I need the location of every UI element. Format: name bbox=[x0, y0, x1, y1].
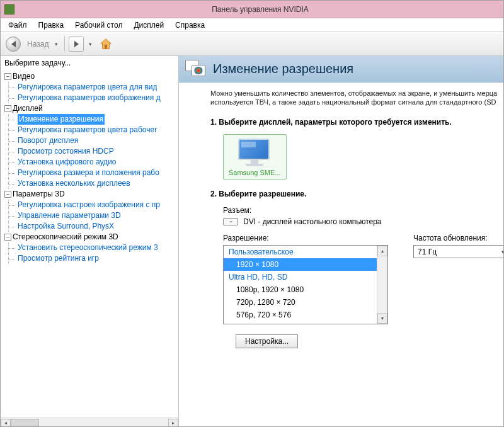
window-title: Панель управления NVIDIA bbox=[21, 5, 500, 14]
home-button[interactable] bbox=[97, 35, 115, 53]
menu-edit[interactable]: Правка bbox=[33, 20, 69, 31]
resolution-item[interactable]: 720p, 1280 × 720 bbox=[224, 296, 377, 309]
resolution-scrollbar[interactable]: ▴ ▾ bbox=[377, 246, 387, 324]
resolution-item[interactable]: 1080p, 1920 × 1080 bbox=[224, 283, 377, 296]
scroll-down-button[interactable]: ▾ bbox=[377, 313, 387, 324]
menu-file[interactable]: Файл bbox=[3, 20, 32, 31]
home-icon bbox=[99, 37, 113, 51]
back-label: Назад bbox=[27, 40, 49, 48]
tree-item-label: Регулировка параметров цвета для вид bbox=[18, 82, 157, 93]
tree-item[interactable]: Регулировка размера и положения рабо bbox=[9, 168, 178, 178]
tree-item-label: Просмотр состояния HDCP bbox=[18, 146, 114, 157]
tree-item-label: Регулировка параметров цвета рабочег bbox=[18, 125, 158, 135]
scroll-thumb[interactable] bbox=[11, 419, 39, 428]
tree-item-label: Управление параметрами 3D bbox=[18, 210, 121, 221]
resolution-item[interactable]: 480p, 720 × 480 bbox=[224, 321, 377, 324]
tree-category-label: Дисплей bbox=[13, 103, 43, 114]
page-header-icon bbox=[185, 60, 207, 79]
tree-category[interactable]: −Параметры 3D bbox=[4, 189, 178, 200]
tree-item[interactable]: Установить стереоскопический режим 3 bbox=[9, 242, 178, 253]
tree-item-label: Установить стереоскопический режим 3 bbox=[18, 242, 158, 253]
resolution-item[interactable]: 576p, 720 × 576 bbox=[224, 309, 377, 321]
back-dropdown[interactable]: ▾ bbox=[52, 41, 60, 47]
refresh-rate-select[interactable]: 71 Гц ▾ bbox=[413, 245, 503, 258]
resolution-group: Пользовательское bbox=[224, 246, 377, 258]
dvi-icon: ▪▪▪ bbox=[223, 218, 238, 225]
connector-label: Разъем: bbox=[210, 206, 503, 215]
sidebar: Выберите задачу... −ВидеоРегулировка пар… bbox=[1, 56, 179, 427]
collapse-icon[interactable]: − bbox=[4, 105, 11, 112]
forward-button[interactable] bbox=[69, 37, 84, 52]
toolbar-separator bbox=[64, 37, 65, 52]
tree-category-label: Параметры 3D bbox=[13, 189, 65, 200]
scroll-up-button[interactable]: ▴ bbox=[377, 246, 387, 256]
collapse-icon[interactable]: − bbox=[4, 191, 11, 198]
app-icon bbox=[4, 4, 14, 14]
tree-item-label: Настройка Surround, PhysX bbox=[18, 221, 114, 232]
main-panel: Изменение разрешения Можно уменьшить кол… bbox=[179, 56, 503, 427]
menu-help[interactable]: Справка bbox=[170, 20, 210, 31]
tree-item[interactable]: Просмотр состояния HDCP bbox=[9, 146, 178, 157]
collapse-icon[interactable]: − bbox=[4, 234, 11, 241]
tree-category-label: Видео bbox=[13, 71, 35, 82]
tree-item[interactable]: Изменение разрешения bbox=[9, 114, 178, 125]
task-tree: −ВидеоРегулировка параметров цвета для в… bbox=[1, 70, 178, 418]
display-selector[interactable]: Samsung SME... bbox=[223, 134, 287, 179]
menu-display[interactable]: Дисплей bbox=[129, 20, 169, 31]
menubar: Файл Правка Рабочий стол Дисплей Справка bbox=[1, 18, 503, 32]
tree-item[interactable]: Регулировка параметров цвета рабочег bbox=[9, 125, 178, 135]
chevron-down-icon: ▾ bbox=[501, 249, 503, 255]
tree-item-label: Регулировка параметров изображения д bbox=[18, 93, 161, 103]
resolution-item[interactable]: 1920 × 1080 bbox=[224, 258, 377, 271]
tree-item[interactable]: Управление параметрами 3D bbox=[9, 210, 178, 221]
tree-item[interactable]: Поворот дисплея bbox=[9, 135, 178, 146]
tree-item-label: Регулировка размера и положения рабо bbox=[18, 168, 159, 178]
tree-item[interactable]: Просмотр рейтинга игр bbox=[9, 253, 178, 264]
tree-item[interactable]: Регулировка параметров цвета для вид bbox=[9, 82, 178, 93]
step2-heading: 2. Выберите разрешение. bbox=[210, 190, 503, 198]
refresh-rate-value: 71 Гц bbox=[418, 248, 437, 256]
page-title: Изменение разрешения bbox=[213, 62, 353, 76]
tree-item[interactable]: Настройка Surround, PhysX bbox=[9, 221, 178, 232]
forward-arrow-icon bbox=[74, 41, 79, 47]
page-header: Изменение разрешения bbox=[179, 56, 503, 83]
collapse-icon[interactable]: − bbox=[4, 73, 11, 80]
tree-item-label: Поворот дисплея bbox=[18, 135, 79, 146]
tree-item[interactable]: Установка нескольких дисплеев bbox=[9, 178, 178, 189]
scroll-left-button[interactable]: ◂ bbox=[1, 419, 11, 428]
svg-rect-0 bbox=[105, 44, 108, 48]
tree-category[interactable]: −Стереоскопический режим 3D bbox=[4, 232, 178, 242]
tree-item-label: Изменение разрешения bbox=[18, 114, 105, 125]
connector-value: DVI - дисплей настольного компьютера bbox=[243, 217, 382, 226]
sidebar-h-scrollbar[interactable]: ◂ ▸ bbox=[1, 418, 178, 427]
tree-category[interactable]: −Видео bbox=[4, 71, 178, 82]
forward-dropdown[interactable]: ▾ bbox=[86, 41, 94, 47]
resolution-label: Разрешение: bbox=[223, 234, 388, 242]
page-description: Можно уменьшить количество элементов, от… bbox=[210, 89, 503, 106]
tree-category-label: Стереоскопический режим 3D bbox=[13, 232, 118, 242]
tree-item[interactable]: Регулировка настроек изображения с пр bbox=[9, 200, 178, 210]
monitor-icon bbox=[238, 139, 271, 168]
sidebar-header: Выберите задачу... bbox=[1, 56, 178, 70]
scroll-right-button[interactable]: ▸ bbox=[168, 419, 178, 428]
tree-item-label: Установка цифрового аудио bbox=[18, 157, 116, 168]
display-name: Samsung SME... bbox=[229, 169, 281, 176]
scroll-track[interactable] bbox=[11, 419, 168, 428]
resolution-group: Ultra HD, HD, SD bbox=[224, 271, 377, 283]
resolution-list[interactable]: Пользовательское1920 × 1080Ultra HD, HD,… bbox=[223, 245, 388, 324]
toolbar: Назад ▾ ▾ bbox=[1, 32, 503, 56]
tree-item-label: Просмотр рейтинга игр bbox=[18, 253, 99, 264]
tree-item[interactable]: Установка цифрового аудио bbox=[9, 157, 178, 168]
tree-item-label: Установка нескольких дисплеев bbox=[18, 178, 130, 189]
tree-category[interactable]: −Дисплей bbox=[4, 103, 178, 114]
titlebar: Панель управления NVIDIA bbox=[1, 1, 503, 18]
menu-desktop[interactable]: Рабочий стол bbox=[70, 20, 127, 31]
tree-item[interactable]: Регулировка параметров изображения д bbox=[9, 93, 178, 103]
back-button[interactable] bbox=[4, 35, 22, 53]
settings-button[interactable]: Настройка... bbox=[236, 334, 298, 348]
back-arrow-icon bbox=[11, 41, 16, 47]
refresh-label: Частота обновления: bbox=[413, 234, 503, 242]
tree-item-label: Регулировка настроек изображения с пр bbox=[18, 200, 160, 210]
step1-heading: 1. Выберите дисплей, параметры которого … bbox=[210, 118, 503, 127]
